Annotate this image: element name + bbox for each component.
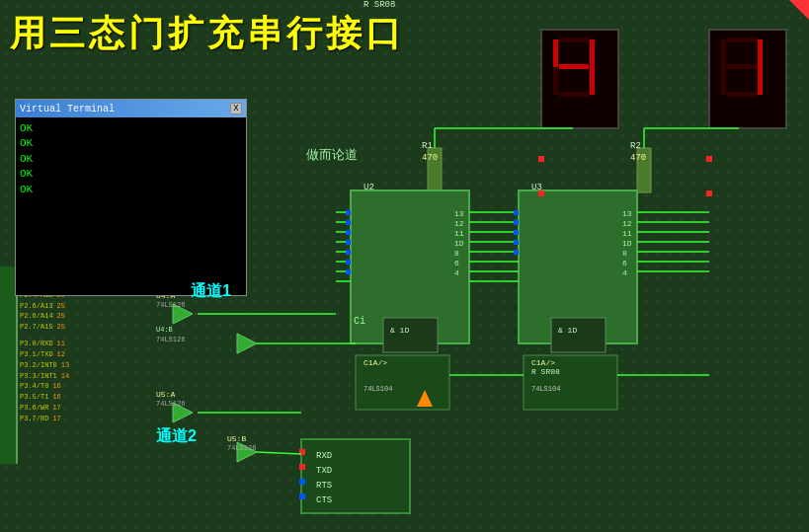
terminal-titlebar: Virtual Terminal X bbox=[16, 100, 246, 117]
u5a-label: U5:A bbox=[156, 390, 175, 399]
pin-row: P3.0/RXD 11 bbox=[20, 339, 69, 349]
terminal-line-2: OK bbox=[20, 136, 242, 151]
serial-rxd: RXD bbox=[316, 451, 332, 461]
serial-rts: RTS bbox=[316, 481, 332, 491]
brand-label: 做而论道 bbox=[306, 146, 358, 164]
pin-row: P3.7/RD 17 bbox=[20, 414, 69, 424]
ff1-type: 74LS104 bbox=[364, 385, 392, 393]
ff2-sublabel: C1A/> bbox=[531, 358, 555, 367]
terminal-window[interactable]: Virtual Terminal X OK OK OK OK OK bbox=[15, 99, 247, 296]
pin-row: P3.5/T1 16 bbox=[20, 392, 69, 403]
r1-label: R1 bbox=[422, 141, 433, 151]
pin-row: P2.6/A14 25 bbox=[20, 311, 69, 322]
terminal-line-1: OK bbox=[20, 121, 242, 136]
pin-row: P2.7/A15 25 bbox=[20, 322, 69, 333]
chip-u2-label: U2 bbox=[364, 183, 374, 192]
u4b-sublabel: 74LS126 bbox=[156, 336, 185, 343]
u4a-sublabel: 74LS126 bbox=[156, 301, 185, 309]
terminal-line-5: OK bbox=[20, 183, 242, 197]
gate1-label: & 1D bbox=[390, 326, 409, 335]
u5b-label: U5:B bbox=[227, 434, 246, 443]
pin-row: P3.3/INT1 14 bbox=[20, 371, 69, 382]
ff2-type: 74LS104 bbox=[531, 385, 560, 393]
title-area: 用三态门扩充串行接口 bbox=[10, 10, 799, 58]
left-pin-strip bbox=[0, 266, 18, 464]
pin-row: P2.6/A13 25 bbox=[20, 301, 69, 312]
r2-value: 470 bbox=[630, 153, 646, 163]
ci-label: Ci bbox=[354, 316, 365, 327]
channel1-label: 通道1 bbox=[191, 281, 231, 302]
u5b-sublabel: 74LS126 bbox=[227, 444, 256, 452]
pin-row: P3.1/TXD 12 bbox=[20, 349, 69, 360]
ff1-sublabel2: R SR08 bbox=[364, 0, 395, 10]
terminal-line-4: OK bbox=[20, 167, 242, 182]
ff2-sublabel2: R SR08 bbox=[531, 367, 560, 376]
terminal-close-button[interactable]: X bbox=[230, 103, 242, 114]
terminal-line-3: OK bbox=[20, 152, 242, 167]
u4b-label: U4:B bbox=[156, 326, 173, 334]
pin-row: P3.6/WR 17 bbox=[20, 403, 69, 414]
serial-txd: TXD bbox=[316, 466, 332, 476]
u5a-sublabel: 74LS126 bbox=[156, 400, 185, 408]
serial-cts: CTS bbox=[316, 495, 332, 505]
gate2-label: & 1D bbox=[558, 326, 577, 335]
r1-value: 470 bbox=[422, 153, 438, 163]
chip-u3-label: U3 bbox=[531, 183, 542, 192]
terminal-body: OK OK OK OK OK bbox=[16, 117, 246, 295]
r2-label: R2 bbox=[630, 141, 641, 151]
ff1-sublabel: C1A/> bbox=[364, 358, 387, 367]
page-title: 用三态门扩充串行接口 bbox=[10, 10, 799, 58]
terminal-title: Virtual Terminal bbox=[20, 104, 115, 114]
pin-row: P3.2/INT0 13 bbox=[20, 360, 69, 371]
channel2-label: 通道2 bbox=[156, 426, 197, 447]
pin-row: P3.4/T0 16 bbox=[20, 381, 69, 392]
